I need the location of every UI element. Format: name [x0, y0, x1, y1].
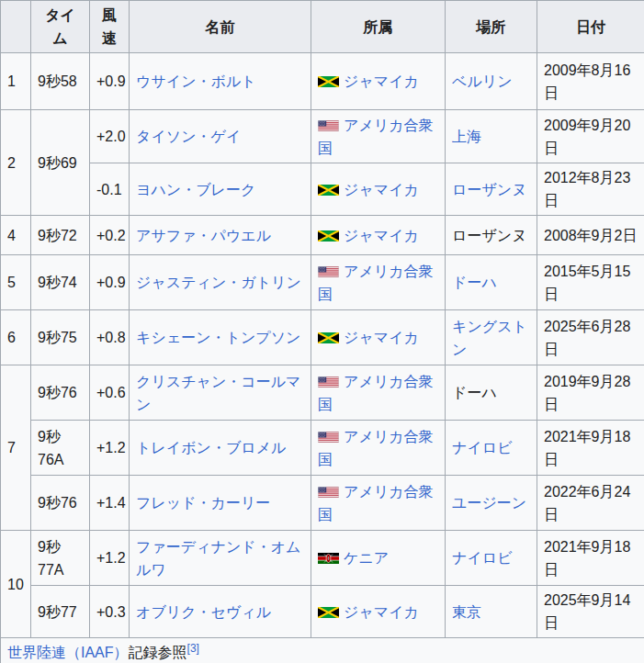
- wind-cell: +0.2: [90, 216, 130, 255]
- table-footer-row: 世界陸連（IAAF）記録参照[3]: [1, 638, 644, 663]
- time-cell: 9秒76: [31, 365, 90, 421]
- place-link[interactable]: ナイロビ: [452, 550, 513, 566]
- time-cell: 9秒76A: [31, 421, 90, 476]
- time-cell: 9秒74: [31, 255, 90, 310]
- usa-flag-icon[interactable]: [318, 120, 339, 131]
- name-cell: トレイボン・ブロメル: [130, 421, 311, 476]
- footer-text: 記録参照: [129, 645, 187, 660]
- rank-cell: 6: [1, 310, 31, 365]
- header-rank: [1, 1, 31, 53]
- fastest-100m-times-table: タイム 風速 名前 所属 場所 日付 1 9秒58 +0.9 ウサイン・ボルト …: [0, 0, 644, 663]
- table-row: 1 9秒58 +0.9 ウサイン・ボルト ジャマイカ ベルリン 2009年8月1…: [1, 53, 644, 110]
- name-cell: オブリク・セヴィル: [130, 586, 311, 638]
- time-cell: 9秒72: [31, 216, 90, 255]
- time-cell: 9秒76: [31, 476, 90, 531]
- header-affiliation: 所属: [311, 1, 446, 53]
- rank-cell: 1: [1, 53, 31, 110]
- affiliation-cell: ジャマイカ: [311, 586, 446, 638]
- reference-3-link[interactable]: [3]: [187, 642, 199, 655]
- place-link[interactable]: ナイロビ: [452, 440, 513, 455]
- affiliation-cell: アメリカ合衆国: [311, 421, 446, 476]
- athlete-link[interactable]: タイソン・ゲイ: [136, 129, 241, 144]
- jamaica-flag-icon[interactable]: [318, 230, 339, 242]
- header-name: 名前: [130, 1, 311, 53]
- table-header-row: タイム 風速 名前 所属 場所 日付: [1, 1, 644, 53]
- jamaica-flag-icon[interactable]: [318, 607, 339, 618]
- place-link[interactable]: ユージーン: [452, 495, 526, 511]
- place-link[interactable]: ローザンヌ: [452, 182, 527, 197]
- athlete-link[interactable]: アサファ・パウエル: [136, 228, 271, 243]
- usa-flag-icon[interactable]: [318, 376, 339, 388]
- country-link[interactable]: ジャマイカ: [344, 604, 419, 620]
- country-link[interactable]: ケニア: [344, 550, 389, 566]
- date-cell: 2015年5月15日: [537, 255, 644, 310]
- date-cell: 2009年8月16日: [537, 53, 644, 110]
- date-cell: 2025年6月28日: [537, 310, 644, 365]
- athlete-link[interactable]: キシェーン・トンプソン: [136, 330, 300, 345]
- date-cell: 2008年9月2日: [537, 216, 644, 255]
- table-row: 9秒76A +1.2 トレイボン・ブロメル アメリカ合衆国 ナイロビ 2021年…: [1, 421, 644, 476]
- table-row: 4 9秒72 +0.2 アサファ・パウエル ジャマイカ ローザンヌ 2008年9…: [1, 216, 644, 255]
- athlete-link[interactable]: ヨハン・ブレーク: [136, 182, 255, 197]
- footer-cell: 世界陸連（IAAF）記録参照[3]: [1, 638, 644, 663]
- country-link[interactable]: ジャマイカ: [344, 228, 419, 243]
- jamaica-flag-icon[interactable]: [318, 76, 339, 87]
- place-link[interactable]: キングストン: [452, 319, 527, 357]
- place-cell: 東京: [446, 586, 537, 638]
- athlete-link[interactable]: ウサイン・ボルト: [136, 73, 256, 89]
- athlete-link[interactable]: フレッド・カーリー: [136, 495, 270, 511]
- header-place: 場所: [446, 1, 537, 53]
- iaaf-records-link[interactable]: 世界陸連（IAAF）: [7, 645, 129, 660]
- name-cell: ファーディナンド・オムルワ: [130, 531, 311, 586]
- kenya-flag-icon[interactable]: [318, 553, 339, 564]
- table-row: 7 9秒76 +0.6 クリスチャン・コールマン アメリカ合衆国 ドーハ 201…: [1, 365, 644, 421]
- place-link[interactable]: ベルリン: [452, 73, 513, 89]
- place-link[interactable]: 上海: [452, 129, 481, 144]
- affiliation-cell: アメリカ合衆国: [311, 476, 446, 531]
- table-row: 9秒76 +1.4 フレッド・カーリー アメリカ合衆国 ユージーン 2022年6…: [1, 476, 644, 531]
- place-link[interactable]: 東京: [452, 604, 481, 620]
- place-cell: ユージーン: [446, 476, 537, 531]
- wind-cell: +0.6: [90, 365, 130, 421]
- athlete-link[interactable]: ジャスティン・ガトリン: [136, 275, 301, 290]
- wind-cell: +0.3: [90, 586, 130, 638]
- affiliation-cell: アメリカ合衆国: [311, 365, 446, 421]
- wind-cell: +0.9: [90, 53, 130, 110]
- affiliation-cell: ジャマイカ: [311, 216, 446, 255]
- jamaica-flag-icon[interactable]: [318, 185, 339, 196]
- jamaica-flag-icon[interactable]: [318, 332, 339, 343]
- athlete-link[interactable]: オブリク・セヴィル: [136, 604, 271, 620]
- wind-cell: +1.2: [90, 421, 130, 476]
- place-cell: ナイロビ: [446, 531, 537, 586]
- name-cell: キシェーン・トンプソン: [130, 310, 311, 365]
- place-cell: ナイロビ: [446, 421, 537, 476]
- affiliation-cell: ケニア: [311, 531, 446, 586]
- usa-flag-icon[interactable]: [318, 487, 339, 498]
- country-link[interactable]: ジャマイカ: [344, 182, 419, 197]
- date-cell: 2021年9月18日: [537, 421, 644, 476]
- affiliation-cell: ジャマイカ: [311, 53, 446, 110]
- table-row: 6 9秒75 +0.8 キシェーン・トンプソン ジャマイカ キングストン 202…: [1, 310, 644, 365]
- date-cell: 2025年9月14日: [537, 586, 644, 638]
- athlete-link[interactable]: トレイボン・ブロメル: [136, 440, 286, 455]
- date-cell: 2021年9月18日: [537, 531, 644, 586]
- country-link[interactable]: ジャマイカ: [344, 330, 419, 345]
- place-cell: 上海: [446, 110, 537, 163]
- athlete-link[interactable]: ファーディナンド・オムルワ: [136, 539, 300, 578]
- place-cell: ローザンヌ: [446, 216, 537, 255]
- time-cell: 9秒58: [31, 53, 90, 110]
- name-cell: タイソン・ゲイ: [130, 110, 311, 163]
- affiliation-cell: アメリカ合衆国: [311, 110, 446, 163]
- time-cell: 9秒77: [31, 586, 90, 638]
- affiliation-cell: ジャマイカ: [311, 163, 446, 216]
- affiliation-cell: ジャマイカ: [311, 310, 446, 365]
- athlete-link[interactable]: クリスチャン・コールマン: [136, 374, 300, 412]
- date-cell: 2022年6月24日: [537, 476, 644, 531]
- country-link[interactable]: ジャマイカ: [344, 73, 419, 89]
- place-cell: ドーハ: [446, 365, 537, 421]
- place-link[interactable]: ドーハ: [452, 275, 497, 290]
- name-cell: クリスチャン・コールマン: [130, 365, 311, 421]
- usa-flag-icon[interactable]: [318, 266, 339, 277]
- date-cell: 2019年9月28日: [537, 365, 644, 421]
- usa-flag-icon[interactable]: [318, 432, 339, 443]
